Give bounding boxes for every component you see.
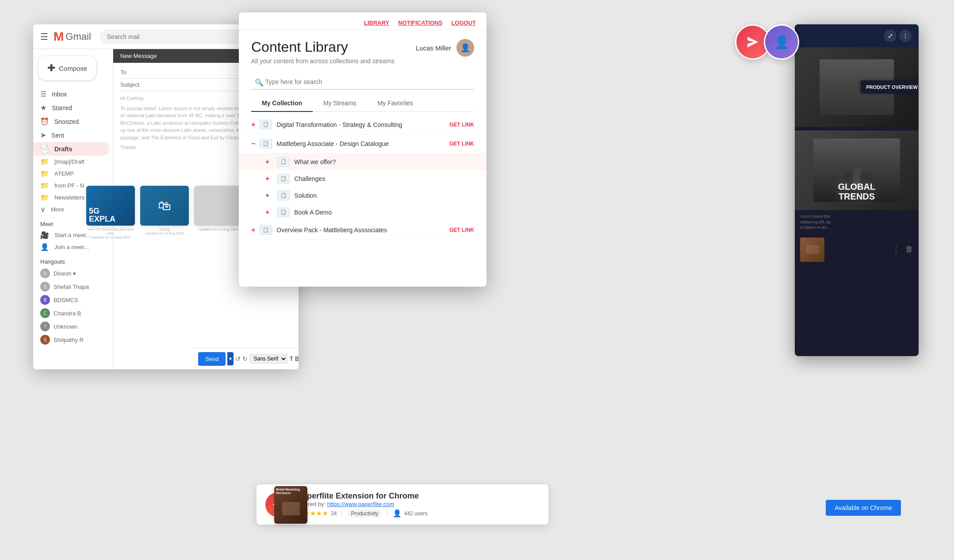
thumb-gray1[interactable]: Updated on 12 Aug 2020 [194,186,243,252]
lib-child-what-we-offer[interactable]: + 📋 What we offer? [239,153,487,170]
send-dropdown-arrow[interactable]: ▾ [227,352,234,365]
expand-child-1[interactable]: + [265,158,269,166]
preview-dots-icon[interactable]: ⋮ [892,245,900,254]
lib-item-3[interactable]: + 📋 Overview Pack - Mattleberg Asssociat… [239,221,487,240]
pf-user-button[interactable]: 👤 [764,24,799,60]
preview-more-icon[interactable]: ⋮ [899,30,912,42]
drafts-icon: 📄 [40,145,49,153]
hangout-unknown[interactable]: ? Unknown [33,320,113,333]
tab-my-collection[interactable]: My Collection [251,95,313,112]
sent-icon: ➤ [40,131,46,139]
preview-delete-icon[interactable]: 🗑 [905,245,913,254]
sidebar-frompf-label: from PF - N [54,182,84,189]
get-link-1[interactable]: GET LINK [449,122,474,128]
star-icon: ★ [40,104,46,112]
lib-child-challenges[interactable]: + 📋 Challenges [239,170,487,187]
avatar-bdsmcs: B [40,295,50,305]
retail-marketing-thumb[interactable]: Retail MarketingDecisions [274,486,307,524]
thumb-5g[interactable]: 5GEXPLA How 5G Works: the pros andconsUp… [86,186,135,252]
lib-child-book-demo[interactable]: + 📋 Book A Demo [239,204,487,221]
video-icon: 🎥 [40,231,49,239]
redo-icon[interactable]: ↻ [242,353,248,364]
get-link-3[interactable]: GET LINK [449,227,474,233]
global-trends-bg: GLOBAL TRENDS [795,130,919,210]
sidebar-item-imap[interactable]: 📁 [Imap]/Draft [33,156,113,168]
hangout-bdsmcs[interactable]: B BDSMCS [33,293,113,307]
sidebar-sent-label: Sent [51,132,64,139]
hangout-shefali[interactable]: S Shefali Thapa [33,280,113,293]
hangout-shripathy[interactable]: S Shripathy R [33,333,113,346]
library-title: Content Library [251,39,395,55]
bold-icon[interactable]: B [295,353,299,364]
to-label: To [120,69,126,76]
tab-my-streams[interactable]: My Streams [313,95,367,112]
library-search: 🔍 [251,75,474,90]
sidebar-item-snoozed[interactable]: ⏰ Snoozed [33,115,109,128]
user-avatar: 👤 [456,39,474,57]
library-header: Content Library All your content from ac… [239,30,487,69]
lib-doc-icon-child-2: 📋 [277,174,290,184]
get-link-2[interactable]: GET LINK [449,141,474,147]
send-button[interactable]: Send [198,352,226,366]
pf-user-inner: 👤 [765,26,798,58]
sidebar-item-atemp[interactable]: 📁 ATEMP [33,168,113,180]
library-nav-library[interactable]: LIBRARY [364,19,389,26]
expand-icon-2[interactable]: − [251,140,255,148]
gmail-logo-m: M [54,30,64,44]
font-size-icon[interactable]: T [289,353,293,364]
retail-book-icon [806,245,819,254]
start-meet-label: Start a meet... [54,232,91,238]
hangouts-section-title: Hangouts [33,253,113,267]
available-on-chrome-button[interactable]: Available on Chrome [826,500,901,516]
extension-rating: ★★★★★ 34 | Productivity | 👤 442 users [297,509,540,518]
retail-image [276,495,306,522]
hangout-chandra[interactable]: C Chandra B [33,307,113,320]
thumb-shopping[interactable]: 🛍 DatingUpdated on 12 Aug 2020 [140,186,189,252]
expand-child-2[interactable]: + [265,175,269,183]
sidebar-item-starred[interactable]: ★ Starred [33,101,109,115]
lib-doc-icon-child-1: 📋 [277,157,290,167]
unknown-label: Unknown [54,323,77,330]
extension-link[interactable]: https://www.paperflite.com [327,501,395,507]
library-search-input[interactable] [251,75,474,90]
preview-expand-icon[interactable]: ⤢ [884,30,897,42]
folder-frompf-icon: 📁 [40,181,49,190]
expand-icon-3[interactable]: + [251,226,255,234]
lib-label-2: Mattleberg Associate - Design Catalogue [276,140,449,147]
gmail-menu-icon[interactable]: ☰ [40,31,48,42]
lib-doc-icon-2: 📋 [260,139,272,149]
lib-label-3: Overview Pack - Mattleberg Asssociates [276,226,449,234]
font-selector[interactable]: Sans Serif [249,354,287,364]
sidebar-item-sent[interactable]: ➤ Sent [33,128,109,142]
expand-icon-1[interactable]: + [251,121,255,129]
avatar-dinesh: D [40,268,50,278]
inbox-icon: ☰ [40,90,46,98]
users-count: 442 users [404,510,428,517]
compose-toolbar: Send ▾ ↺ ↻ Sans Serif T B I U A ≡ ≡ ≡ ⇥ … [193,348,299,369]
library-nav-logout[interactable]: LOGOUT [451,19,476,26]
lib-item-1[interactable]: + 📋 Digital Transformation - Strategy & … [239,115,487,134]
sidebar-newsletters-label: Newsletters [54,194,84,201]
sidebar-atemp-label: ATEMP [54,170,74,177]
undo-icon[interactable]: ↺ [235,353,241,364]
library-nav-notifications[interactable]: NOTIFICATIONS [398,19,442,26]
user-name: Lucas Miller [416,44,451,52]
preview-actions-row: ⋮ 🗑 [795,234,919,265]
lib-doc-icon-3: 📋 [260,225,272,235]
chandra-label: Chandra B [54,310,81,317]
hangout-dinesh[interactable]: D Dinesh ▾ [33,267,113,280]
expand-child-3[interactable]: + [265,192,269,199]
extension-info: Paperflite Extension for Chrome Offered … [297,491,540,518]
sidebar-drafts-label: Drafts [54,146,72,153]
sidebar-item-inbox[interactable]: ☰ Inbox [33,87,109,101]
snooze-icon: ⏰ [40,117,49,126]
lib-child-solution[interactable]: + 📋 Solution [239,187,487,204]
expand-child-4[interactable]: + [265,208,269,216]
sidebar-item-drafts[interactable]: 📄 Drafts [33,142,109,156]
tab-my-favorites[interactable]: My Favorites [367,95,424,112]
lib-item-2[interactable]: − 📋 Mattleberg Associate - Design Catalo… [239,134,487,153]
compose-button[interactable]: ✚ Compose [38,56,96,80]
join-meet-label: Join a meet... [54,244,89,250]
library-title-area: Content Library All your content from ac… [251,39,395,66]
retail-thumbnail[interactable] [800,238,824,262]
